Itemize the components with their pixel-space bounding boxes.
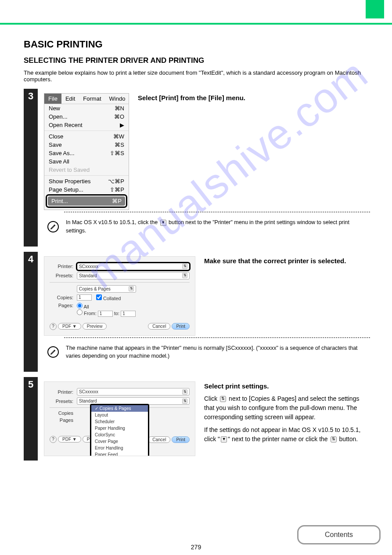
pages-label: Pages <box>50 417 77 423</box>
print-button[interactable]: Print <box>172 323 190 330</box>
menu-item-show-properties[interactable]: Show Properties⌥⌘P <box>44 177 129 185</box>
step-number: 3 <box>24 91 38 102</box>
dropdown-item[interactable]: Paper Feed <box>91 451 148 456</box>
note-text: In Mac OS X v10.5 to 10.5.1, click the ▼… <box>66 218 370 235</box>
to-input[interactable]: 1 <box>121 311 136 317</box>
updown-icon: ⇅ <box>182 273 187 278</box>
step4-note: The machine name that appears in the "Pr… <box>44 340 370 368</box>
printer-label: Printer: <box>50 389 77 395</box>
menubar-format[interactable]: Format <box>79 94 105 104</box>
step-number: 4 <box>24 254 38 265</box>
note-text: The machine name that appears in the "Pr… <box>66 344 370 361</box>
divider <box>64 212 370 212</box>
dropdown-item[interactable]: Layout <box>91 412 148 418</box>
dropdown-item[interactable]: Cover Page <box>91 438 148 445</box>
step-5: 5 Printer: SCxxxxxx⇅ Presets: Standard⇅ … <box>24 377 370 461</box>
help-button[interactable]: ? <box>50 436 57 443</box>
pages-label: Pages: <box>50 303 77 308</box>
presets-label: Presets: <box>50 273 77 278</box>
file-menu-mock: File Edit Format Windo New⌘N Open...⌘O O… <box>44 93 129 210</box>
step-3: 3 File Edit Format Windo New⌘N Open...⌘O… <box>24 89 370 247</box>
print-dialog-dropdown: Printer: SCxxxxxx⇅ Presets: Standard⇅ Co… <box>44 381 195 456</box>
step5-text2: If the settings do not appear in Mac OS … <box>204 425 370 444</box>
presets-label: Presets: <box>50 399 77 404</box>
header-ribbon <box>0 0 392 25</box>
menubar-edit[interactable]: Edit <box>61 94 79 104</box>
menu-item-open-recent[interactable]: Open Recent▶ <box>44 121 129 129</box>
section-select[interactable]: Copies & Pages⇅ <box>77 285 136 293</box>
menu-item-save-all[interactable]: Save All <box>44 157 129 166</box>
updown-icon: ⇅ <box>331 436 337 443</box>
section-dropdown-open: Copies & Pages Layout Scheduler Paper Ha… <box>90 404 149 456</box>
presets-select[interactable]: Standard⇅ <box>77 272 190 279</box>
step3-heading: Select [Print] from the [File] menu. <box>138 93 370 103</box>
menu-item-close[interactable]: Close⌘W <box>44 132 129 141</box>
step4-heading: Make sure that the correct printer is se… <box>204 256 370 266</box>
divider <box>64 337 370 338</box>
copies-label: Copies <box>50 410 77 416</box>
dropdown-item[interactable]: ColorSync <box>91 432 148 438</box>
all-label: All <box>83 304 89 309</box>
menubar: File Edit Format Windo <box>44 94 129 104</box>
page-number: 279 <box>191 544 201 551</box>
step-number: 5 <box>24 379 38 390</box>
copies-label: Copies: <box>50 295 77 300</box>
pencil-icon <box>47 346 59 358</box>
intro-text: The example below explains how to print … <box>24 69 370 83</box>
updown-icon: ⇅ <box>182 399 187 404</box>
dropdown-item[interactable]: Error Handling <box>91 445 148 451</box>
copies-input[interactable]: 1 <box>77 294 92 301</box>
step5-text1: Click ⇅ next to [Copies & Pages] and sel… <box>204 394 370 422</box>
pages-from-radio[interactable] <box>77 309 83 315</box>
print-button[interactable]: Print <box>172 436 190 443</box>
menu-item-save-as[interactable]: Save As...⇧⌘S <box>44 149 129 157</box>
updown-icon: ⇅ <box>182 389 187 395</box>
step-4: 4 Printer: SCxxxxxx⇅ Presets: Standard⇅ … <box>24 252 370 372</box>
dropdown-item[interactable]: Paper Handling <box>91 425 148 432</box>
pdf-button[interactable]: PDF ▼ <box>58 436 81 443</box>
from-input[interactable]: 1 <box>98 311 113 317</box>
menubar-window[interactable]: Windo <box>105 94 129 104</box>
printer-select[interactable]: SCxxxxxx⇅ <box>77 388 190 395</box>
step3-note: In Mac OS X v10.5 to 10.5.1, click the ▼… <box>44 214 370 242</box>
updown-icon: ⇅ <box>182 264 187 269</box>
collated-label: Collated <box>103 296 121 301</box>
printer-select[interactable]: SCxxxxxx⇅ <box>77 263 190 270</box>
menubar-file[interactable]: File <box>44 94 61 104</box>
pages-all-radio[interactable] <box>77 303 83 308</box>
dropdown-item[interactable]: Copies & Pages <box>91 405 148 412</box>
pencil-icon <box>47 221 59 232</box>
section-subtitle: SELECTING THE PRINTER DRIVER AND PRINTIN… <box>24 56 392 65</box>
cancel-button[interactable]: Cancel <box>148 323 170 330</box>
printer-label: Printer: <box>50 264 77 269</box>
disclosure-down-icon: ▼ <box>160 220 166 226</box>
menu-item-revert: Revert to Saved <box>44 166 129 174</box>
menu-item-print[interactable]: Print... ⌘P <box>48 196 125 206</box>
header-line <box>0 23 392 25</box>
print-dialog: Printer: SCxxxxxx⇅ Presets: Standard⇅ Co… <box>44 256 195 336</box>
step5-heading: Select print settings. <box>204 381 370 392</box>
section-tab <box>366 0 384 18</box>
menu-item-new[interactable]: New⌘N <box>44 104 129 112</box>
cancel-button[interactable]: Cancel <box>148 436 170 443</box>
collated-checkbox[interactable] <box>96 294 102 300</box>
from-label: From: <box>84 311 97 316</box>
updown-icon: ⇅ <box>220 396 226 402</box>
preview-button[interactable]: Preview <box>83 323 107 330</box>
menu-item-print-highlight: Print... ⌘P <box>46 194 127 208</box>
page-title: BASIC PRINTING <box>24 39 392 50</box>
menu-item-save[interactable]: Save⌘S <box>44 141 129 149</box>
contents-button[interactable]: Contents <box>297 525 381 544</box>
to-label: to: <box>114 311 119 316</box>
menu-item-page-setup[interactable]: Page Setup...⇧⌘P <box>44 185 129 194</box>
pdf-button[interactable]: PDF ▼ <box>58 323 81 330</box>
disclosure-down-icon: ▼ <box>221 436 227 443</box>
help-button[interactable]: ? <box>50 323 57 330</box>
dropdown-item[interactable]: Scheduler <box>91 418 148 425</box>
menu-item-open[interactable]: Open...⌘O <box>44 112 129 121</box>
updown-icon: ⇅ <box>129 286 134 291</box>
